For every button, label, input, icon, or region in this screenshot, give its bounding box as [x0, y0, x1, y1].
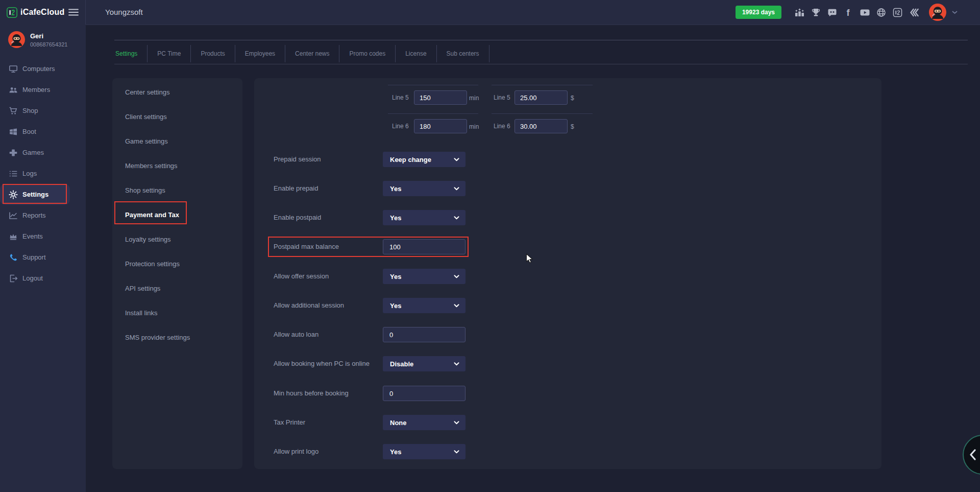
icafecloud-logo-icon [7, 7, 17, 18]
row-divider [388, 113, 478, 114]
leaderboard-icon[interactable] [794, 7, 805, 18]
tab-settings[interactable]: Settings [114, 45, 148, 62]
enable-prepaid-select[interactable]: Yes [383, 181, 465, 196]
sidebar-item-logout[interactable]: Logout [0, 268, 86, 289]
sidebar-item-boot[interactable]: Boot [0, 121, 86, 142]
tab-employees[interactable]: Employees [235, 45, 285, 62]
tax-printer-select[interactable]: None [383, 415, 465, 430]
sidebar: Geri 008687654321 Computers Members Shop… [0, 25, 86, 492]
sidebar-item-events[interactable]: Events [0, 226, 86, 247]
tab-center-news[interactable]: Center news [285, 45, 339, 62]
youtube-icon[interactable] [860, 7, 870, 18]
settings-menu-item-members-settings[interactable]: Members settings [112, 153, 242, 178]
select-value: Disable [390, 360, 413, 368]
chevron-down-icon [454, 275, 459, 278]
select-value: Yes [390, 214, 401, 222]
select-value: None [390, 419, 407, 427]
side-drawer-handle[interactable] [963, 435, 980, 475]
sidebar-item-members[interactable]: Members [0, 79, 86, 100]
min-hours-before-booking-input[interactable] [383, 386, 465, 401]
settings-menu-item-sms-provider-settings[interactable]: SMS provider settings [112, 325, 242, 349]
cart-icon [9, 106, 18, 115]
user-menu-chevron-down-icon[interactable] [952, 11, 958, 14]
line5-minutes-unit: min [469, 94, 479, 102]
line5-minutes-input[interactable] [414, 90, 467, 105]
sidebar-item-label: Events [22, 232, 43, 240]
field-allow-auto-loan: Allow auto loan [254, 327, 881, 342]
facebook-icon[interactable]: f [843, 7, 854, 18]
settings-menu-item-api-settings[interactable]: API settings [112, 276, 242, 300]
settings-menu-item-shop-settings[interactable]: Shop settings [112, 178, 242, 202]
line5-price-input[interactable] [514, 90, 568, 105]
sidebar-item-label: Support [22, 253, 46, 261]
select-value: Yes [390, 185, 401, 193]
allow-additional-session-select[interactable]: Yes [383, 298, 465, 313]
line6-minutes-input[interactable] [414, 119, 467, 133]
sidebar-item-settings[interactable]: Settings [0, 184, 70, 205]
discord-icon[interactable] [827, 7, 838, 18]
sidebar-item-label: Logs [22, 170, 37, 177]
hamburger-icon[interactable] [68, 9, 79, 16]
sidebar-item-label: Shop [22, 107, 38, 114]
settings-menu-panel: Center settings Client settings Game set… [112, 78, 242, 469]
postpaid-max-balance-input[interactable] [383, 239, 465, 254]
logo-text: iCafeCloud [20, 8, 64, 17]
field-label: Allow auto loan [274, 327, 318, 342]
prepaid-session-select[interactable]: Keep change [383, 152, 465, 167]
globe-icon[interactable] [876, 7, 887, 18]
allow-print-logo-select[interactable]: Yes [383, 444, 465, 459]
settings-menu-item-loyalty-settings[interactable]: Loyalty settings [112, 227, 242, 251]
payment-tax-form-panel: Line 5 min Line 5 $ Line 6 min Line 6 $ … [254, 78, 881, 469]
settings-menu-item-protection-settings[interactable]: Protection settings [112, 251, 242, 276]
windows-icon [9, 127, 18, 136]
license-days-badge: 19923 days [736, 6, 781, 19]
allow-auto-loan-input[interactable] [383, 327, 465, 342]
enable-postpaid-select[interactable]: Yes [383, 210, 465, 225]
users-icon [9, 85, 18, 95]
sidebar-item-reports[interactable]: Reports [0, 205, 86, 226]
chevrons-icon[interactable] [909, 7, 919, 18]
tab-license[interactable]: License [396, 45, 436, 62]
page-title: Youngzsoft [105, 0, 143, 25]
allow-offer-session-select[interactable]: Yes [383, 269, 465, 284]
sidebar-item-support[interactable]: Support [0, 247, 86, 268]
allow-booking-when-pc-online-select[interactable]: Disable [383, 356, 465, 371]
line5-minutes-label: Line 5 [392, 93, 409, 102]
field-allow-additional-session: Allow additional session Yes [254, 298, 881, 313]
settings-menu-item-client-settings[interactable]: Client settings [112, 104, 242, 129]
select-value: Yes [390, 448, 401, 456]
settings-menu-item-center-settings[interactable]: Center settings [112, 80, 242, 104]
logout-icon [9, 274, 18, 283]
tab-sub-centers[interactable]: Sub centers [437, 45, 489, 62]
sidebar-item-games[interactable]: Games [0, 142, 86, 163]
trophy-icon[interactable] [811, 7, 821, 18]
min-hours-before-booking-control [383, 386, 465, 401]
sidebar-user-avatar[interactable] [8, 31, 25, 48]
line5-price-label: Line 5 [494, 93, 510, 102]
sidebar-item-label: Settings [22, 191, 48, 198]
user-avatar[interactable] [929, 4, 946, 21]
line6-price-input[interactable] [514, 119, 568, 133]
tab-products[interactable]: Products [191, 45, 235, 62]
topbar: iCafeCloud Youngzsoft 19923 days f [0, 0, 980, 25]
sidebar-item-logs[interactable]: Logs [0, 163, 86, 184]
settings-menu-item-install-links[interactable]: Install links [112, 300, 242, 325]
field-label: Enable postpaid [274, 210, 321, 225]
app-logo[interactable]: iCafeCloud [7, 7, 64, 18]
settings-menu-item-game-settings[interactable]: Game settings [112, 129, 242, 153]
row-divider [492, 113, 593, 114]
sidebar-item-computers[interactable]: Computers [0, 58, 86, 79]
phone-icon [9, 253, 18, 262]
sidebar-item-label: Logout [22, 274, 43, 282]
field-allow-print-logo: Allow print logo Yes [254, 444, 881, 459]
sidebar-item-label: Reports [22, 212, 46, 219]
select-value: Keep change [390, 156, 431, 163]
sidebar-item-shop[interactable]: Shop [0, 100, 86, 121]
icafecloud-mark-icon[interactable] [892, 7, 903, 18]
line6-minutes-unit: min [469, 123, 479, 131]
chevron-down-icon [454, 450, 459, 454]
settings-menu-item-payment-and-tax[interactable]: Payment and Tax [112, 202, 242, 227]
svg-text:f: f [847, 8, 850, 18]
tab-pc-time[interactable]: PC Time [148, 45, 191, 62]
tab-promo-codes[interactable]: Promo codes [339, 45, 396, 62]
